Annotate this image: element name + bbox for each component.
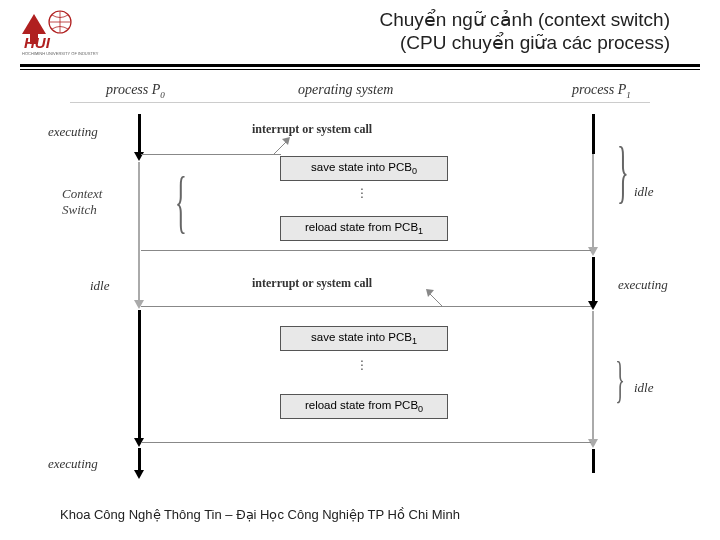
interrupt-arrow-1 — [274, 137, 294, 157]
label-idle-p1-2: idle — [634, 380, 654, 396]
p0-arrow-idle — [134, 300, 144, 309]
interrupt-2: interrupt or system call — [252, 276, 372, 291]
p0-arrow-3 — [134, 470, 144, 479]
svg-marker-0 — [22, 14, 46, 34]
vdots-1: ··· — [360, 186, 364, 198]
svg-text:HOCHIMINH UNIVERSITY OF INDUST: HOCHIMINH UNIVERSITY OF INDUSTRY — [22, 51, 99, 56]
label-exec-p1: executing — [618, 277, 668, 293]
slide-header: HUI HOCHIMINH UNIVERSITY OF INDUSTRY Chu… — [0, 0, 720, 60]
p0-idle-2 — [138, 310, 141, 440]
brace-idle-1: } — [617, 132, 629, 212]
interrupt-arrow-2 — [426, 289, 446, 309]
col-header-p0: process P0 — [106, 82, 165, 100]
p1-idle-2 — [592, 311, 594, 441]
p0-idle — [138, 162, 140, 302]
svg-text:HUI: HUI — [24, 34, 51, 51]
footer-text: Khoa Công Nghệ Thông Tin – Đại Học Công … — [60, 507, 460, 522]
hline-2a — [141, 306, 591, 307]
hline-1a — [141, 154, 281, 155]
p1-idle-1 — [592, 114, 595, 154]
opbox-reload-pcb0: reload state from PCB0 — [280, 394, 448, 419]
interrupt-1: interrupt or system call — [252, 122, 372, 137]
hline-2b — [141, 442, 591, 443]
context-switch-label-2: Switch — [62, 202, 97, 218]
p1-idle-1b — [592, 154, 594, 249]
p0-exec-1 — [138, 114, 141, 154]
title-line-2: (CPU chuyển giữa các process) — [130, 31, 670, 54]
context-switch-label-1: Context — [62, 186, 102, 202]
title-line-1: Chuyển ngữ cảnh (context switch) — [130, 8, 670, 31]
svg-marker-8 — [282, 137, 290, 145]
p1-idle-2b — [592, 449, 595, 473]
svg-marker-10 — [426, 289, 434, 297]
opbox-save-pcb1: save state into PCB1 — [280, 326, 448, 351]
opbox-save-pcb0: save state into PCB0 — [280, 156, 448, 181]
title-block: Chuyển ngữ cảnh (context switch) (CPU ch… — [130, 8, 700, 54]
brace-idle-2: } — [615, 350, 625, 408]
hline-1b — [141, 250, 591, 251]
opbox-reload-pcb1: reload state from PCB1 — [280, 216, 448, 241]
label-idle-p0: idle — [90, 278, 110, 294]
col-header-os: operating system — [298, 82, 393, 98]
p0-exec-2 — [138, 448, 141, 472]
vdots-2: ··· — [360, 358, 364, 370]
col-header-p1: process P1 — [572, 82, 631, 100]
p1-exec — [592, 257, 595, 303]
p1-arrow-idle1 — [588, 247, 598, 256]
label-exec-2: executing — [48, 456, 98, 472]
brace-context: } — [175, 162, 187, 242]
hui-logo: HUI HOCHIMINH UNIVERSITY OF INDUSTRY — [20, 8, 130, 56]
context-switch-diagram: process P0 operating system process P1 e… — [20, 82, 700, 482]
divider-thick — [20, 64, 700, 67]
label-idle-p1-1: idle — [634, 184, 654, 200]
label-exec-1: executing — [48, 124, 98, 140]
divider-thin — [20, 69, 700, 70]
p1-arrow-idle2 — [588, 439, 598, 448]
header-underline — [70, 102, 650, 103]
